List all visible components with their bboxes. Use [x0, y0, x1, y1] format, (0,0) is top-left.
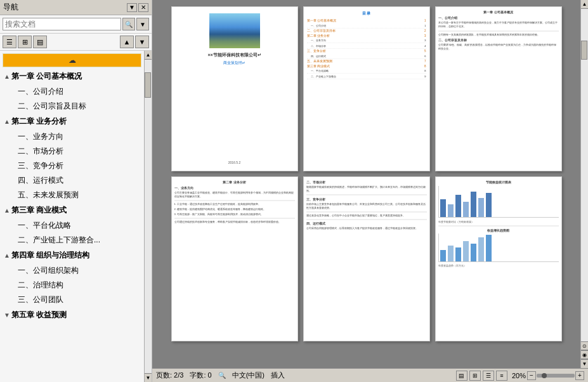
page-1[interactable]: ××节能环保科技有限公司↵ 商业策划书↵ 2016.5.2: [171, 6, 298, 171]
search-options-button[interactable]: ▼: [136, 18, 149, 30]
search-button[interactable]: 🔍: [122, 18, 135, 30]
toc-line-4: 第二章 业务分析3: [307, 34, 426, 38]
nav-chapter-2[interactable]: ▲ 第二章 业务分析: [0, 114, 144, 129]
expand-icon-ch2: ▲: [4, 118, 10, 125]
nav-chapter-4[interactable]: ▲ 第四章 组织与治理结构: [0, 247, 144, 263]
toc-line-2: 一、公司介绍1: [307, 24, 426, 29]
bar-7: [486, 193, 492, 217]
bar-chart-2: [438, 234, 559, 262]
nav-sort-buttons: ▲ ▼: [120, 36, 149, 48]
page-3-section1: 一、公司介绍: [438, 16, 559, 20]
page-6-chart-title2: 收益增长趋势图: [438, 228, 559, 232]
bar2-5: [471, 244, 476, 261]
nav-top-item[interactable]: ☁: [3, 53, 141, 67]
zoom-plus-button[interactable]: +: [575, 371, 584, 380]
chevron-down-icon: ▼: [140, 21, 146, 28]
language-text: 中文(中国): [232, 371, 265, 380]
nav-sort-down-button[interactable]: ▼: [135, 36, 149, 48]
bar2-4: [463, 241, 469, 261]
nav-grid-view-button[interactable]: ⊞: [18, 36, 32, 48]
page-4-text2: 1. 工业节能：通过技术改造降低工业生产过程中的能耗，提高能源利用效率。: [174, 202, 295, 206]
toc-line-12: 二、产业链上下游整合9: [307, 75, 426, 79]
view-normal-button[interactable]: ▤: [456, 371, 467, 381]
doc-area[interactable]: ××节能环保科技有限公司↵ 商业策划书↵ 2016.5.2 目 录 第一章 公司…: [152, 0, 580, 368]
page-4-text3: 2. 建筑节能：提供建筑围护结构优化、暖通系统改造等服务，降低建筑运行能耗。: [174, 207, 295, 211]
view-outline-button[interactable]: ≡: [496, 371, 507, 381]
content-row: 导航 ▼ ✕ 🔍 ▼ ☰ ⊞ ▤: [0, 0, 588, 382]
nav-list-view-button[interactable]: ☰: [3, 36, 16, 48]
page-5-text1: 随着国家节能减排政策的持续推进，节能环保市场规模不断扩大。预计未来五年内，市场规…: [306, 185, 427, 193]
doc-scrollbar: ▲ ⊙ ◉ ▼: [580, 0, 588, 368]
page-6-content: 节能效益统计图表: [436, 177, 561, 341]
nav-chapter-5[interactable]: ▼ 第五章 收益预测: [0, 307, 144, 323]
nav-chapter-1-label: 第一章 公司基本概况: [11, 71, 82, 82]
bar-1: [440, 199, 446, 217]
expand-icon-ch1: ▲: [4, 73, 10, 80]
page-3-section2: 二、公司宗旨及目标: [438, 38, 559, 42]
nav-item-ch2-2[interactable]: 二、市场分析: [0, 144, 144, 159]
doc-scroll-thumb[interactable]: [581, 41, 587, 60]
nav-chapter-3[interactable]: ▲ 第三章 商业模式: [0, 202, 144, 218]
nav-header: 导航 ▼ ✕: [0, 0, 152, 15]
main-document-area: ××节能环保科技有限公司↵ 商业策划书↵ 2016.5.2 目 录 第一章 公司…: [152, 0, 588, 382]
nav-header-controls: ▼ ✕: [127, 3, 148, 12]
pages-grid: ××节能环保科技有限公司↵ 商业策划书↵ 2016.5.2 目 录 第一章 公司…: [171, 6, 562, 341]
view-read-button[interactable]: ☰: [483, 371, 494, 381]
page-5[interactable]: 二、市场分析 随着国家节能减排政策的持续推进，节能环保市场规模不断扩大。预计未来…: [303, 176, 430, 341]
zoom-slider-track[interactable]: [537, 374, 575, 378]
nav-scrollbar: ▲ ▼: [144, 51, 152, 382]
nav-item-ch2-5[interactable]: 五、未来发展预测: [0, 188, 144, 202]
page-5-text2: 目前市场上主要竞争者包括国有节能服务公司、外资企业和民营科技公司三类。公司在技术…: [306, 202, 427, 210]
nav-scroll-track: [145, 60, 152, 373]
zoom-controls: 20% − +: [512, 371, 584, 380]
doc-scroll-down[interactable]: ▼: [581, 359, 588, 368]
page-6[interactable]: 节能效益统计图表: [435, 176, 562, 341]
cover-title: 商业策划书↵: [223, 60, 245, 66]
nav-chapter-3-label: 第三章 商业模式: [11, 205, 67, 216]
nav-scroll-down[interactable]: ▼: [145, 373, 152, 382]
nav-item-ch4-3[interactable]: 三、公司团队: [0, 293, 144, 307]
doc-scroll-up[interactable]: ▲: [581, 0, 588, 9]
word-count-status: 字数: 0: [190, 371, 211, 380]
nav-pin-button[interactable]: ▼: [127, 3, 137, 12]
doc-scroll-page-up[interactable]: ⊙: [581, 341, 588, 350]
bar2-1: [440, 250, 446, 261]
zoom-slider-thumb[interactable]: [542, 373, 547, 378]
nav-chapter-4-label: 第四章 组织与治理结构: [11, 250, 89, 261]
page-5-section1: 二、市场分析: [306, 180, 427, 184]
nav-detail-view-button[interactable]: ▤: [33, 36, 47, 48]
page-status-text: 页数: 2/3: [156, 371, 183, 380]
search-input[interactable]: [3, 18, 121, 30]
nav-item-ch1-1[interactable]: 一、公司介绍: [0, 84, 144, 99]
nav-item-ch2-1[interactable]: 一、业务方向: [0, 129, 144, 144]
expand-icon-ch4: ▲: [4, 252, 10, 259]
nav-search: 🔍 ▼: [0, 15, 152, 34]
toc-title: 目 录: [307, 11, 426, 16]
view-web-button[interactable]: ⊞: [469, 371, 481, 381]
nav-item-ch2-4[interactable]: 四、运行模式: [0, 173, 144, 188]
nav-scroll-thumb[interactable]: [145, 72, 151, 98]
toc-line-8: 四、运行模式6: [307, 55, 426, 59]
nav-item-ch3-1[interactable]: 一、平台化战略: [0, 218, 144, 233]
nav-sort-up-button[interactable]: ▲: [120, 36, 134, 48]
nav-close-button[interactable]: ✕: [138, 3, 148, 12]
nav-scroll-up[interactable]: ▲: [145, 51, 152, 60]
nav-item-ch4-1[interactable]: 一、公司组织架构: [0, 263, 144, 278]
toc-line-5: 一、业务方向3: [307, 39, 426, 43]
doc-scroll-track: [581, 9, 588, 341]
zoom-minus-button[interactable]: −: [527, 371, 536, 380]
nav-item-ch3-2[interactable]: 二、产业链上下游整合...: [0, 233, 144, 247]
nav-item-ch2-3[interactable]: 三、竞争分析: [0, 159, 144, 173]
nav-chapter-1[interactable]: ▲ 第一章 公司基本概况: [0, 69, 144, 84]
page-4[interactable]: 第二章 业务分析 一、业务方向 公司主要业务涵盖工业节能改造、建筑节能设计、可再…: [171, 176, 298, 341]
doc-scroll-nav-btn[interactable]: ◉: [581, 350, 588, 359]
bar2-3: [455, 247, 461, 261]
bar-2: [448, 204, 454, 217]
page-2[interactable]: 目 录 第一章 公司基本概况1 一、公司介绍1 二、公司宗旨及目标2 第二章 业…: [303, 6, 430, 171]
nav-chapter-5-label: 第五章 收益预测: [11, 310, 67, 320]
nav-item-ch4-2[interactable]: 二、治理结构: [0, 278, 144, 293]
nav-item-ch1-2[interactable]: 二、公司宗旨及目标: [0, 99, 144, 114]
page-3[interactable]: 第一章 公司基本概况 一、公司介绍 本公司是一家专注于节能环保领域的高科技企业，…: [435, 6, 562, 171]
toc-line-10: 第三章 商业模式8: [307, 65, 426, 69]
page-6-chart-title1: 节能效益统计图表: [438, 180, 559, 184]
